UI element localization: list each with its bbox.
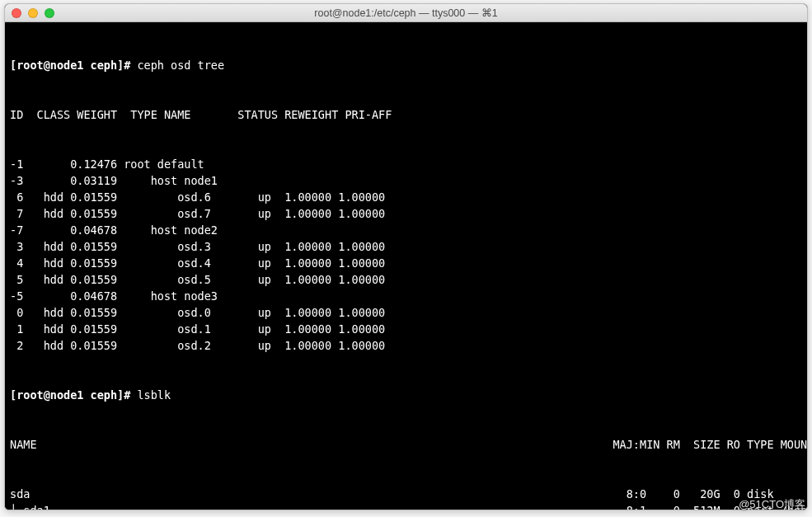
osd-tree-row: 6 hdd 0.01559 osd.6 up 1.00000 1.00000 bbox=[10, 189, 802, 205]
shell-prompt: [root@node1 ceph]# bbox=[10, 388, 137, 402]
osd-tree-row: -5 0.04678 host node3 bbox=[10, 288, 802, 304]
osd-tree-row: -3 0.03119 host node1 bbox=[10, 172, 802, 189]
lsblk-row: sda 8:0 0 20G 0 disk bbox=[10, 486, 802, 502]
osd-tree-row: 4 hdd 0.01559 osd.4 up 1.00000 1.00000 bbox=[10, 255, 802, 271]
osd-tree-row: -1 0.12476 root default bbox=[10, 156, 802, 172]
osd-tree-row: 0 hdd 0.01559 osd.0 up 1.00000 1.00000 bbox=[10, 304, 802, 321]
osd-tree-row: 7 hdd 0.01559 osd.7 up 1.00000 1.00000 bbox=[10, 205, 802, 222]
terminal-body[interactable]: [root@node1 ceph]# ceph osd tree ID CLAS… bbox=[5, 22, 807, 510]
watermark-text: @51CTO博客 bbox=[739, 497, 805, 512]
window-title: root@node1:/etc/ceph — ttys000 — ⌘1 bbox=[5, 7, 807, 19]
titlebar[interactable]: root@node1:/etc/ceph — ttys000 — ⌘1 bbox=[5, 4, 807, 22]
osd-tree-row: -7 0.04678 host node2 bbox=[10, 222, 802, 238]
traffic-lights bbox=[5, 8, 54, 18]
osd-tree-row: 1 hdd 0.01559 osd.1 up 1.00000 1.00000 bbox=[10, 321, 802, 337]
shell-prompt: [root@node1 ceph]# bbox=[10, 59, 137, 72]
command-text: ceph osd tree bbox=[137, 59, 224, 72]
close-icon[interactable] bbox=[12, 8, 21, 18]
osd-tree-row: 5 hdd 0.01559 osd.5 up 1.00000 1.00000 bbox=[10, 271, 802, 288]
zoom-icon[interactable] bbox=[45, 8, 54, 18]
osd-tree-row: 3 hdd 0.01559 osd.3 up 1.00000 1.00000 bbox=[10, 238, 802, 255]
terminal-window: root@node1:/etc/ceph — ttys000 — ⌘1 [roo… bbox=[4, 3, 808, 510]
minimize-icon[interactable] bbox=[28, 8, 38, 18]
lsblk-header: NAME MAJ:MIN RM SIZE RO TYPE MOUNTPOINT bbox=[10, 436, 802, 453]
command-text: lsblk bbox=[137, 388, 171, 402]
osd-tree-row: 2 hdd 0.01559 osd.2 up 1.00000 1.00000 bbox=[10, 337, 802, 354]
osd-tree-header: ID CLASS WEIGHT TYPE NAME STATUS REWEIGH… bbox=[10, 106, 802, 123]
lsblk-row: ├─sda1 8:1 0 512M 0 part /boot bbox=[10, 502, 802, 510]
